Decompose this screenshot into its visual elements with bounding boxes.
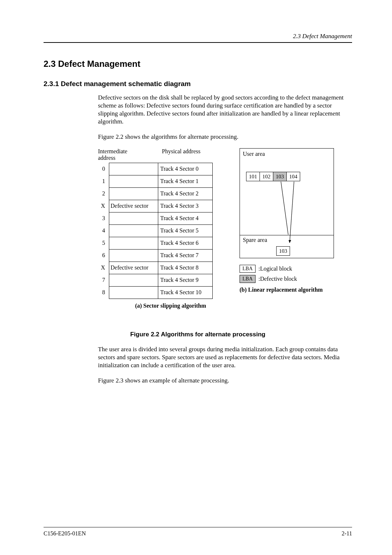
physical-address-cell: Track 4 Sector 9 <box>158 274 212 286</box>
paragraph-4: Figure 2.3 shows an example of alternate… <box>98 377 348 385</box>
label-spare-area: Spare area <box>243 237 267 243</box>
intermediate-address-cell: X <box>98 200 109 212</box>
intermediate-address-cell: 7 <box>98 274 109 286</box>
table-row: XDefective sectorTrack 4 Sector 8 <box>98 262 212 274</box>
table-row: 2Track 4 Sector 2 <box>98 187 212 200</box>
intermediate-address-cell: 6 <box>98 249 109 262</box>
physical-address-cell: Track 4 Sector 5 <box>158 224 212 237</box>
paragraph-1: Defective sectors on the disk shall be r… <box>98 94 348 126</box>
user-area-box: User area 101102103104 <box>240 148 334 235</box>
user-block: 101 <box>246 172 260 181</box>
paragraph-2: Figure 2.2 shows the algorithms for alte… <box>98 133 348 141</box>
intermediate-address-cell: 8 <box>98 286 109 299</box>
intermediate-address-cell: 0 <box>98 163 109 175</box>
intermediate-address-cell: 3 <box>98 212 109 224</box>
caption-a: (a) Sector slipping algorithm <box>98 303 232 309</box>
linear-replacement-block: User area 101102103104 Spare area 103 <box>240 148 341 304</box>
physical-address-cell: Track 4 Sector 10 <box>158 286 212 299</box>
heading-3: 2.3.1 Defect management schematic diagra… <box>44 80 352 88</box>
physical-address-cell: Track 4 Sector 2 <box>158 187 212 200</box>
physical-address-cell: Track 4 Sector 3 <box>158 200 212 212</box>
defective-cell: Defective sector <box>109 262 158 274</box>
legend-defective-box: LBA <box>240 275 256 283</box>
user-block: 104 <box>286 172 300 181</box>
table-row: 8Track 4 Sector 10 <box>98 286 212 299</box>
table-row: 1Track 4 Sector 1 <box>98 175 212 187</box>
user-blocks-row: 101102103104 <box>246 172 300 181</box>
table-row: XDefective sectorTrack 4 Sector 3 <box>98 200 212 212</box>
physical-address-cell: Track 4 Sector 8 <box>158 262 212 274</box>
table-row: 5Track 4 Sector 6 <box>98 237 212 249</box>
table-row: 6Track 4 Sector 7 <box>98 249 212 262</box>
defective-cell <box>109 212 158 224</box>
running-header: 2.3 Defect Management <box>44 33 352 43</box>
label-physical: Physical address <box>162 148 200 161</box>
table-row: 3Track 4 Sector 4 <box>98 212 212 224</box>
caption-b: (b) Linear replacement algorithm <box>240 287 341 293</box>
intermediate-address-cell: 2 <box>98 187 109 200</box>
intermediate-address-cell: X <box>98 262 109 274</box>
label-user-area: User area <box>243 151 265 157</box>
user-block: 102 <box>260 172 273 181</box>
defective-cell <box>109 224 158 237</box>
legend: LBA :Logical block LBA :Defective block <box>240 265 341 283</box>
heading-2: 2.3 Defect Management <box>44 59 352 69</box>
table-row: 0Track 4 Sector 0 <box>98 163 212 175</box>
defective-cell <box>109 175 158 187</box>
legend-logical-box: LBA <box>240 265 256 273</box>
physical-address-cell: Track 4 Sector 4 <box>158 212 212 224</box>
physical-address-cell: Track 4 Sector 0 <box>158 163 212 175</box>
page-footer: C156-E205-01EN 2-11 <box>44 527 352 537</box>
defective-cell <box>109 187 158 200</box>
defective-cell <box>109 163 158 175</box>
intermediate-address-cell: 1 <box>98 175 109 187</box>
physical-address-cell: Track 4 Sector 6 <box>158 237 212 249</box>
figure-caption: Figure 2.2 Algorithms for alternate proc… <box>44 331 352 338</box>
defective-cell <box>109 274 158 286</box>
spare-block: 103 <box>276 246 290 256</box>
figure-diagram: Intermediate address Physical address 0T… <box>98 148 341 309</box>
slip-table: 0Track 4 Sector 01Track 4 Sector 12Track… <box>98 163 213 299</box>
table-row: 7Track 4 Sector 9 <box>98 274 212 286</box>
footer-page: 2-11 <box>342 530 352 537</box>
physical-address-cell: Track 4 Sector 1 <box>158 175 212 187</box>
table-row: 4Track 4 Sector 5 <box>98 224 212 237</box>
defective-cell <box>109 249 158 262</box>
defective-cell: Defective sector <box>109 200 158 212</box>
paragraph-3: The user area is divided into several gr… <box>98 345 348 369</box>
intermediate-address-cell: 4 <box>98 224 109 237</box>
legend-defective-text: :Defective block <box>258 276 297 282</box>
defective-cell <box>109 286 158 299</box>
defective-cell <box>109 237 158 249</box>
sector-slipping-block: Intermediate address Physical address 0T… <box>98 148 232 309</box>
legend-logical-text: :Logical block <box>258 266 292 272</box>
physical-address-cell: Track 4 Sector 7 <box>158 249 212 262</box>
intermediate-address-cell: 5 <box>98 237 109 249</box>
label-intermediate: Intermediate address <box>98 148 138 161</box>
footer-doc-id: C156-E205-01EN <box>44 530 86 537</box>
spare-area-box: Spare area 103 <box>240 235 334 258</box>
user-block: 103 <box>273 172 287 181</box>
